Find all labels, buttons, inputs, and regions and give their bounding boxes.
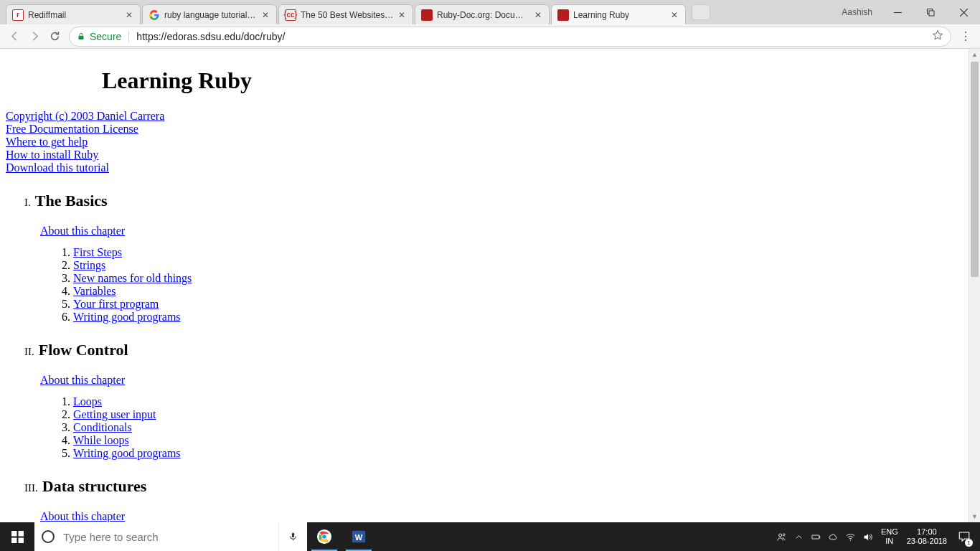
lesson-link[interactable]: Writing good programs xyxy=(73,311,181,324)
close-icon[interactable]: ✕ xyxy=(534,10,544,20)
word-app-icon[interactable]: W xyxy=(341,522,376,551)
about-chapter-link[interactable]: About this chapter xyxy=(40,374,125,386)
address-bar[interactable]: Secure https://edoras.sdsu.edu/doc/ruby/ xyxy=(69,27,951,47)
search-input[interactable] xyxy=(62,530,271,544)
list-number: 5. xyxy=(55,447,70,460)
browser-menu-button[interactable]: ⋮ xyxy=(956,27,976,47)
new-tab-button[interactable] xyxy=(692,4,710,20)
profile-name[interactable]: Aashish xyxy=(833,7,881,17)
battery-icon[interactable] xyxy=(808,522,825,551)
tab-title: ruby language tutorial - G xyxy=(164,10,258,20)
url-text: https://edoras.sdsu.edu/doc/ruby/ xyxy=(136,31,928,42)
about-chapter-link[interactable]: About this chapter xyxy=(40,510,125,522)
svg-rect-2 xyxy=(79,36,84,39)
section-numeral: I. xyxy=(24,197,31,209)
svg-point-17 xyxy=(850,540,851,540)
maximize-button[interactable] xyxy=(914,2,947,22)
lesson-link[interactable]: First Steps xyxy=(73,246,122,259)
svg-rect-1 xyxy=(929,11,934,16)
list-number: 3. xyxy=(55,272,70,285)
tab-50-best-websites[interactable]: {cc} The 50 Best Websites to L ✕ xyxy=(278,4,413,24)
list-number: 6. xyxy=(55,311,70,324)
tab-rediffmail[interactable]: r Rediffmail ✕ xyxy=(6,4,141,24)
close-window-button[interactable] xyxy=(947,2,980,22)
back-button[interactable] xyxy=(4,27,24,47)
list-item: 1.First Steps xyxy=(55,246,963,259)
date-text: 23-08-2018 xyxy=(907,537,947,546)
scroll-down-arrow[interactable]: ▼ xyxy=(969,511,980,522)
close-icon[interactable]: ✕ xyxy=(124,10,134,20)
language-indicator[interactable]: ENG IN xyxy=(877,522,903,551)
wifi-icon[interactable] xyxy=(842,522,859,551)
tab-ruby-doc[interactable]: Ruby-Doc.org: Document ✕ xyxy=(415,4,550,24)
lesson-link[interactable]: New names for old things xyxy=(73,272,192,285)
close-icon[interactable]: ✕ xyxy=(397,10,407,20)
minimize-button[interactable] xyxy=(881,2,914,22)
lesson-link[interactable]: Strings xyxy=(73,259,105,272)
intro-link[interactable]: Copyright (c) 2003 Daniel Carrera xyxy=(6,110,164,122)
list-number: 4. xyxy=(55,285,70,298)
scroll-thumb[interactable] xyxy=(971,62,979,277)
volume-icon[interactable] xyxy=(859,522,877,551)
section-heading: III.Data structures xyxy=(24,477,963,496)
svg-point-14 xyxy=(783,533,786,535)
lesson-link[interactable]: Conditionals xyxy=(73,421,132,434)
action-center-icon[interactable]: 1 xyxy=(951,522,977,551)
taskbar: W ENG IN 17:00 23-08-2018 xyxy=(0,522,980,551)
close-icon[interactable]: ✕ xyxy=(261,10,270,20)
reload-button[interactable] xyxy=(44,27,65,47)
list-number: 4. xyxy=(55,434,70,447)
svg-rect-5 xyxy=(11,537,17,542)
intro-link[interactable]: Free Documentation License xyxy=(6,123,138,135)
bookmark-star-icon[interactable] xyxy=(932,29,943,43)
lesson-link[interactable]: Getting user input xyxy=(73,408,156,421)
intro-link[interactable]: Download this tutorial xyxy=(6,161,109,174)
intro-links: Copyright (c) 2003 Daniel CarreraFree Do… xyxy=(6,110,963,174)
lesson-link[interactable]: Writing good programs xyxy=(73,447,181,460)
section-heading: I.The Basics xyxy=(24,192,963,210)
tab-google-search[interactable]: ruby language tutorial - G ✕ xyxy=(142,4,277,24)
list-item: 6.Writing good programs xyxy=(55,311,963,324)
section: III.Data structuresAbout this chapter xyxy=(6,477,963,522)
section: II.Flow ControlAbout this chapter1.Loops… xyxy=(6,341,963,460)
list-item: 5.Writing good programs xyxy=(55,447,963,460)
people-icon[interactable] xyxy=(773,522,791,551)
forward-button[interactable] xyxy=(24,27,44,47)
site-icon: {cc} xyxy=(285,9,296,21)
content-viewport: Learning Ruby Copyright (c) 2003 Daniel … xyxy=(0,49,980,522)
close-icon[interactable]: ✕ xyxy=(669,10,679,20)
secure-label: Secure xyxy=(90,31,121,42)
scroll-up-arrow[interactable]: ▲ xyxy=(969,49,980,60)
lesson-link[interactable]: While loops xyxy=(73,434,129,447)
section-title: Flow Control xyxy=(39,341,128,359)
svg-rect-16 xyxy=(819,536,820,538)
lang-primary: ENG xyxy=(881,527,898,537)
svg-rect-4 xyxy=(18,531,23,536)
chevron-up-icon[interactable] xyxy=(791,522,808,551)
taskbar-search[interactable] xyxy=(34,522,278,551)
intro-link[interactable]: How to install Ruby xyxy=(6,149,98,161)
list-item: 5.Your first program xyxy=(55,298,963,311)
tab-title: The 50 Best Websites to L xyxy=(301,10,395,20)
chrome-app-icon[interactable] xyxy=(307,522,341,551)
separator xyxy=(128,31,129,42)
list-item: 3.New names for old things xyxy=(55,272,963,285)
vertical-scrollbar[interactable]: ▲ ▼ xyxy=(969,49,980,522)
mic-button[interactable] xyxy=(278,522,307,551)
start-button[interactable] xyxy=(0,522,34,551)
svg-text:W: W xyxy=(355,533,363,542)
lesson-link[interactable]: Your first program xyxy=(73,298,159,311)
clock[interactable]: 17:00 23-08-2018 xyxy=(903,522,951,551)
section: I.The BasicsAbout this chapter1.First St… xyxy=(6,192,963,324)
time-text: 17:00 xyxy=(917,527,937,537)
lesson-link[interactable]: Loops xyxy=(73,395,102,408)
intro-link[interactable]: Where to get help xyxy=(6,136,88,148)
lock-icon xyxy=(77,32,85,41)
tab-learning-ruby[interactable]: Learning Ruby ✕ xyxy=(551,4,686,24)
section-numeral: II. xyxy=(24,346,34,358)
list-number: 2. xyxy=(55,259,70,272)
lesson-link[interactable]: Variables xyxy=(73,285,116,298)
about-chapter-link[interactable]: About this chapter xyxy=(40,225,125,237)
onedrive-icon[interactable] xyxy=(825,522,842,551)
list-number: 2. xyxy=(55,408,70,421)
